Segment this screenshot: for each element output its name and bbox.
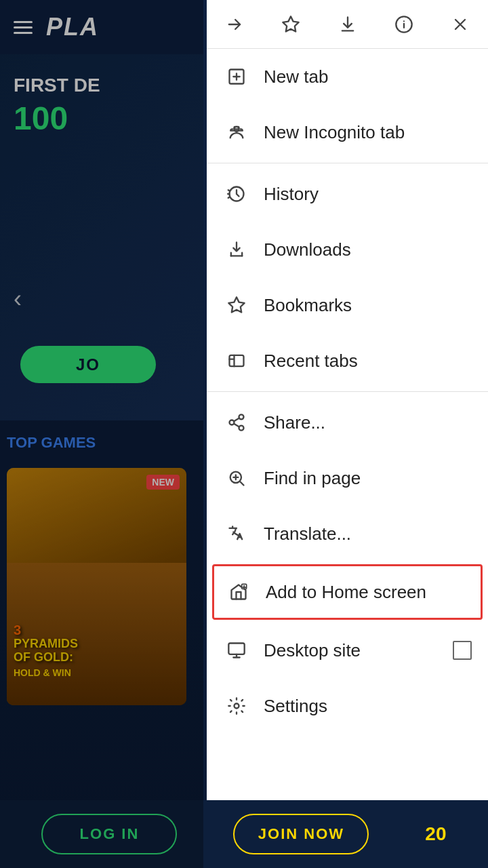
info-button[interactable] [390,10,418,39]
menu-item-desktop-site[interactable]: Desktop site [207,623,488,678]
menu-item-history[interactable]: History [207,166,488,222]
svg-point-11 [235,704,239,709]
find-label: Find in page [264,468,361,489]
menu-item-recent-tabs[interactable]: Recent tabs [207,333,488,389]
history-label: History [264,184,319,205]
settings-label: Settings [264,696,327,717]
history-icon [223,180,250,208]
menu-item-new-tab[interactable]: New tab [207,49,488,104]
find-icon [223,465,250,492]
downloads-icon [223,236,250,263]
recent-tabs-label: Recent tabs [264,351,358,372]
translate-label: Translate... [264,524,351,545]
bg-joinnow-btn[interactable]: JOIN NOW [233,814,369,854]
recent-tabs-icon [223,347,250,374]
bookmark-button[interactable] [277,10,305,39]
downloads-label: Downloads [264,239,351,260]
bg-promo-text: 20 [425,823,446,845]
menu-item-downloads[interactable]: Downloads [207,222,488,277]
desktop-site-label: Desktop site [264,640,361,661]
incognito-icon [223,119,250,146]
svg-rect-4 [230,355,244,366]
menu-item-settings[interactable]: Settings [207,678,488,734]
dropdown-menu: New tab New Incognito tab Hist [207,0,488,800]
plus-square-icon [223,63,250,90]
desktop-icon [223,637,250,664]
add-home-label: Add to Home screen [266,582,426,603]
gear-icon [223,692,250,719]
add-home-icon [225,578,252,606]
menu-item-find[interactable]: Find in page [207,450,488,506]
desktop-site-checkbox[interactable] [453,641,472,660]
bookmarks-label: Bookmarks [264,295,352,316]
svg-rect-10 [228,644,244,654]
download-button[interactable] [333,10,362,39]
overlay-dim [0,0,203,868]
menu-item-translate[interactable]: Translate... [207,506,488,561]
menu-toolbar [207,0,488,49]
share-label: Share... [264,412,325,433]
menu-item-new-incognito[interactable]: New Incognito tab [207,104,488,160]
new-tab-label: New tab [264,66,328,87]
menu-item-bookmarks[interactable]: Bookmarks [207,277,488,333]
forward-button[interactable] [220,10,249,39]
share-icon [223,409,250,436]
svg-rect-3 [235,127,239,130]
incognito-label: New Incognito tab [264,122,405,143]
translate-icon [223,520,250,547]
menu-item-share[interactable]: Share... [207,395,488,450]
star-icon [223,292,250,319]
divider-1 [207,163,488,163]
close-button[interactable] [446,10,474,39]
menu-item-add-home[interactable]: Add to Home screen [212,564,483,620]
divider-2 [207,391,488,392]
